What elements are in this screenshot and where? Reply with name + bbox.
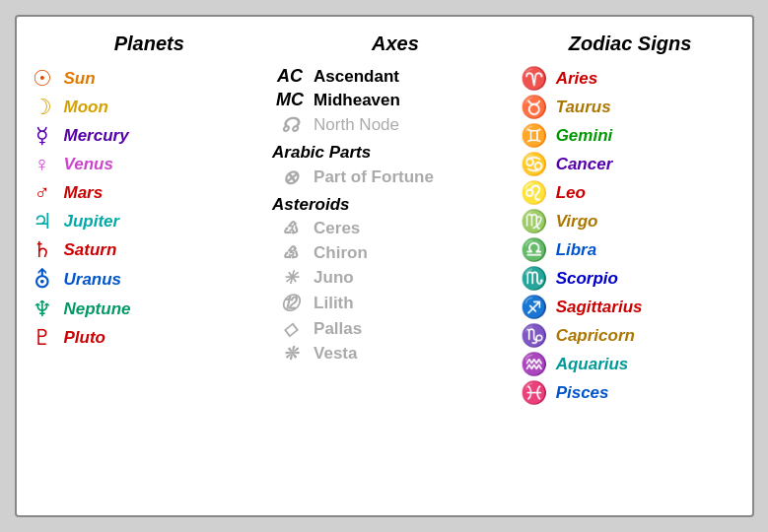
zodiac-symbol: ♎ [519,237,550,263]
zodiac-symbol: ♒ [519,352,550,377]
zodiac-label: Capricorn [556,326,635,346]
arabic-label: Part of Fortune [314,167,434,187]
planet-label: Saturn [64,240,117,260]
arabic-parts-header: Arabic Parts [272,143,519,163]
zodiac-symbol: ♌ [519,180,550,206]
zodiac-symbol: ♋ [519,152,550,177]
asteroid-row: ❊Vesta [272,343,519,365]
zodiac-row: ♐Sagittarius [519,295,742,320]
planet-label: Pluto [64,328,106,348]
axes-row: ACAscendant [272,66,519,87]
zodiac-row: ♎Libra [519,237,742,263]
asteroid-label: Pallas [314,319,362,339]
planet-row: ♆Neptune [27,297,273,322]
asteroid-row: ✳Juno [272,267,519,289]
planet-label: Mars [64,183,104,203]
axes-label: Midheaven [314,91,400,110]
zodiac-label: Taurus [556,98,611,117]
zodiac-label: Virgo [556,212,598,232]
zodiac-row: ♒Aquarius [519,352,742,377]
zodiac-row: ♌Leo [519,180,742,206]
planet-label: Mercury [64,126,129,146]
asteroid-row: ◇Pallas [272,318,519,340]
asteroid-symbol: ❊ [272,343,308,365]
asteroid-symbol: ⑫ [272,292,308,315]
zodiac-label: Cancer [556,155,613,174]
planet-row: ♇Pluto [27,325,273,351]
planet-row: ☿Mercury [27,123,273,149]
asteroid-symbol: ✳ [272,267,308,289]
axes-row: MCMidheaven [272,90,519,110]
axes-label: Ascendant [314,67,399,87]
zodiac-header: Zodiac Signs [519,33,742,55]
planet-row: ☉Sun [27,66,273,92]
planet-symbol: ☉ [27,66,58,92]
planet-row: ♂Mars [27,180,273,206]
zodiac-label: Pisces [556,383,609,403]
axes-label: North Node [314,115,399,135]
planet-symbol: ⛢ [27,266,58,294]
zodiac-label: Libra [556,240,597,260]
axes-symbol: MC [272,90,308,110]
asteroid-symbol: ◇ [272,318,308,340]
planet-label: Neptune [64,299,131,319]
zodiac-label: Aquarius [556,355,629,374]
zodiac-label: Scorpio [556,269,618,289]
planet-label: Jupiter [64,212,120,232]
zodiac-label: Gemini [556,126,613,146]
zodiac-symbol: ♓ [519,380,550,406]
axes-column: Axes ACAscendantMCMidheaven☊North NodeAr… [272,33,519,505]
arabic-symbol: ⊗ [272,166,308,189]
planet-symbol: ♇ [27,325,58,351]
planet-label: Moon [64,98,108,117]
asteroid-row: ♷Chiron [272,242,519,264]
planet-label: Venus [64,155,113,174]
zodiac-row: ♋Cancer [519,152,742,177]
asteroid-label: Juno [314,268,354,288]
planet-row: ♄Saturn [27,237,273,263]
zodiac-symbol: ♈ [519,66,550,92]
asteroids-header: Asteroids [272,195,519,215]
zodiac-row: ♍Virgo [519,209,742,234]
planet-symbol: ☽ [27,95,58,120]
zodiac-row: ♓Pisces [519,380,742,406]
axes-symbol: ☊ [272,113,308,137]
zodiac-symbol: ♐ [519,295,550,320]
planet-label: Uranus [64,270,122,290]
zodiac-label: Leo [556,183,586,203]
planet-symbol: ♆ [27,297,58,322]
asteroid-label: Lilith [314,294,354,313]
asteroid-row: ⑫Lilith [272,292,519,315]
axes-symbol: AC [272,66,308,87]
asteroid-label: Chiron [314,243,368,263]
zodiac-row: ♉Taurus [519,95,742,120]
axes-row: ☊North Node [272,113,519,137]
zodiac-symbol: ♍ [519,209,550,234]
planet-symbol: ☿ [27,123,58,149]
asteroid-symbol: ♷ [272,242,308,264]
zodiac-column: Zodiac Signs ♈Aries♉Taurus♊Gemini♋Cancer… [519,33,742,505]
zodiac-row: ♑Capricorn [519,323,742,349]
main-card: Planets ☉Sun☽Moon☿Mercury♀Venus♂Mars♃Jup… [15,15,754,517]
axes-header: Axes [272,33,519,55]
asteroid-symbol: ♳ [272,218,308,239]
planet-row: ☽Moon [27,95,273,120]
planet-row: ♃Jupiter [27,209,273,234]
planet-symbol: ♀ [27,152,58,177]
zodiac-symbol: ♊ [519,123,550,149]
planet-row: ♀Venus [27,152,273,177]
zodiac-label: Sagittarius [556,298,643,317]
zodiac-label: Aries [556,69,598,89]
planets-header: Planets [27,33,273,55]
zodiac-row: ♈Aries [519,66,742,92]
planet-label: Sun [64,69,96,89]
asteroid-label: Ceres [314,219,360,238]
planet-row: ⛢Uranus [27,266,273,294]
planet-symbol: ♄ [27,237,58,263]
asteroid-label: Vesta [314,344,357,364]
zodiac-row: ♏Scorpio [519,266,742,292]
zodiac-symbol: ♏ [519,266,550,292]
planet-symbol: ♂ [27,180,58,206]
zodiac-symbol: ♉ [519,95,550,120]
arabic-row: ⊗Part of Fortune [272,166,519,189]
